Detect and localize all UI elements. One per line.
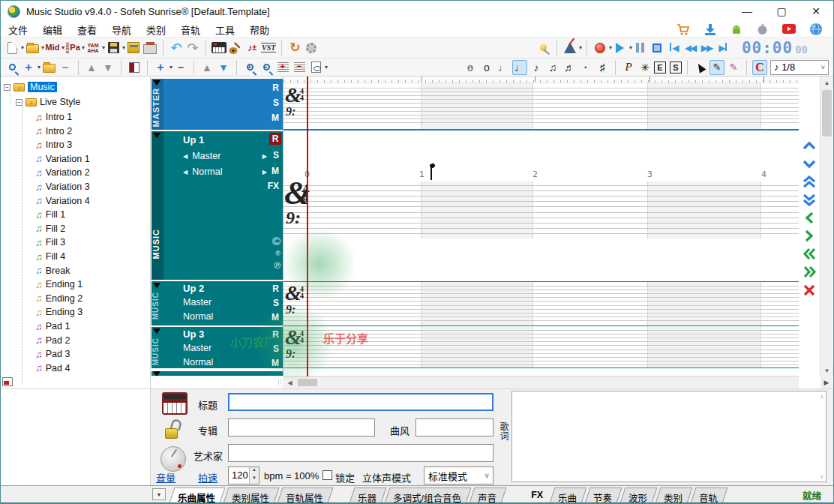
tab-类别属性[interactable]: 类别属性 <box>224 488 280 503</box>
import-midi-dropdown[interactable]: ▾ <box>62 44 64 51</box>
fx-toggle[interactable]: FX <box>268 181 279 191</box>
nav-up-button[interactable] <box>801 139 818 152</box>
import-korg-dropdown[interactable]: ▾ <box>82 44 85 51</box>
zoom-in-button[interactable]: + <box>242 60 257 75</box>
quarter-note-button[interactable]: ♩ <box>512 60 527 75</box>
phonogram-icon[interactable]: ℗ <box>274 260 280 271</box>
lyrics-scroll-down-icon[interactable]: ∨ <box>819 472 824 480</box>
pedal-button[interactable]: P <box>621 60 636 75</box>
track-down-button[interactable]: ▼ <box>216 60 231 75</box>
menu-导航[interactable]: 导航 <box>104 21 139 38</box>
redo-button[interactable]: ↷ <box>185 39 200 57</box>
tree-item-fill-1[interactable]: ♫Fill 1 <box>35 208 65 221</box>
step-back-button[interactable]: ◀ <box>666 39 681 57</box>
up2-track-header[interactable]: MUSIC Up 2 Master Normal R S M <box>152 281 283 326</box>
play-dropdown[interactable]: ▾ <box>629 44 632 51</box>
guitar-button[interactable] <box>228 39 243 57</box>
mute-toggle[interactable]: M <box>272 358 279 368</box>
up1-track-header[interactable]: MUSIC Up 1 ◀ Master ▶ ◀ Normal ▶ R S M F… <box>152 131 283 280</box>
virtual-piano-button[interactable] <box>212 39 226 57</box>
collapse-triangle-icon[interactable] <box>153 371 160 376</box>
menu-音轨[interactable]: 音轨 <box>173 21 208 38</box>
record-button[interactable] <box>592 39 608 57</box>
export-button[interactable] <box>126 39 141 57</box>
stereo-mode-select[interactable]: 标准模式 ˅ <box>424 466 494 484</box>
find-button[interactable] <box>4 60 20 75</box>
collapse-triangle-icon[interactable] <box>153 133 160 142</box>
lyrics-textarea[interactable]: ∧ ∨ <box>512 391 826 482</box>
tree-item-intro-1[interactable]: ♫Intro 1 <box>35 110 72 124</box>
collapse-tracks-button[interactable]: − <box>292 60 307 75</box>
tree-item-variation-1[interactable]: ♫Variation 1 <box>35 152 90 166</box>
tab-乐曲属性[interactable]: 乐曲属性 <box>170 488 226 503</box>
tree-item-intro-2[interactable]: ♫Intro 2 <box>35 124 72 138</box>
new-file-dropdown[interactable]: ▾ <box>21 44 24 51</box>
download-icon[interactable] <box>704 22 717 36</box>
up3-track-header[interactable]: MUSIC Up 3 Master Normal R S M <box>152 327 283 368</box>
draw-tool-button[interactable]: ✎ <box>710 60 724 75</box>
thirtysecond-note-button[interactable]: ♬ <box>562 60 577 75</box>
print-button[interactable] <box>142 39 158 57</box>
up2-strip[interactable]: MUSIC <box>152 281 164 326</box>
volume-knob[interactable] <box>160 446 186 472</box>
fast-forward-button[interactable]: ▶▶ <box>699 39 714 57</box>
add-track-dropdown[interactable]: ▾ <box>170 64 172 70</box>
region-marker-icon[interactable] <box>2 377 13 386</box>
stop-button[interactable] <box>650 39 664 57</box>
record-toggle-active[interactable]: R <box>269 133 281 145</box>
genre-input[interactable] <box>416 418 494 436</box>
undo-button[interactable]: ↶ <box>169 39 184 57</box>
sustain-button[interactable]: S <box>670 62 682 74</box>
tempo-down-icon[interactable]: ▼ <box>250 476 259 484</box>
vertical-scroll-thumb[interactable] <box>822 90 832 136</box>
timeline-ruler[interactable] <box>284 76 800 83</box>
scroll-right-button[interactable]: ▶ <box>820 376 832 388</box>
menu-文件[interactable]: 文件 <box>1 21 35 38</box>
android-icon[interactable] <box>730 22 743 36</box>
open-file-button[interactable] <box>25 39 40 57</box>
tab-类别[interactable]: 类别 <box>656 488 693 503</box>
youtube-icon[interactable] <box>782 23 796 35</box>
add-folder-button[interactable] <box>41 60 56 75</box>
settings-button[interactable] <box>304 39 319 57</box>
artist-input[interactable] <box>228 444 494 462</box>
splitter-grip[interactable] <box>278 378 281 387</box>
import-yamaha-dropdown[interactable]: ▾ <box>102 44 105 51</box>
add-category-button[interactable]: + <box>21 60 36 75</box>
track-panel-button[interactable] <box>127 60 142 75</box>
right-arrow-icon[interactable]: ▶ <box>262 153 267 160</box>
nav-measure-left-button[interactable] <box>801 247 818 260</box>
eighth-note-button[interactable]: ♪ <box>529 60 544 75</box>
play-button[interactable] <box>613 39 628 57</box>
master-record-toggle[interactable]: R <box>272 82 279 93</box>
tree-item-fill-3[interactable]: ♫Fill 3 <box>35 236 65 249</box>
bus-selector[interactable]: Master <box>183 297 267 308</box>
record-toggle[interactable]: R <box>272 329 279 340</box>
maximize-button[interactable]: ▢ <box>764 1 799 22</box>
transpose-button[interactable]: ♪± <box>244 39 260 57</box>
vertical-scrollbar[interactable]: ▲ ▼ <box>820 76 832 376</box>
album-input[interactable] <box>228 418 375 436</box>
dotted-note-button[interactable]: · <box>578 60 593 75</box>
close-button[interactable]: ✕ <box>799 1 833 22</box>
delete-selection-button[interactable] <box>801 284 818 297</box>
collapse-box-icon[interactable]: − <box>16 99 22 106</box>
tab-乐器[interactable]: 乐器 <box>350 488 387 503</box>
tree-item-intro-3[interactable]: ♫Intro 3 <box>35 138 72 152</box>
nav-measure-right-button[interactable] <box>801 265 818 278</box>
track-title[interactable]: Up 2 <box>183 283 204 294</box>
step-forward-button[interactable]: ▶ <box>716 39 730 57</box>
mode-selector[interactable]: ◀ Normal ▶ <box>183 166 267 177</box>
metronome-button[interactable] <box>562 39 578 57</box>
open-file-dropdown[interactable]: ▾ <box>41 44 44 51</box>
score-area[interactable]: & 44 9: 01234 & 44 9: & 44 9: <box>283 76 799 388</box>
move-down-button[interactable]: ▼ <box>100 60 116 75</box>
import-yamaha-button[interactable]: YAMAHA <box>86 39 100 57</box>
tree-item-fill-4[interactable]: ♫Fill 4 <box>35 250 65 263</box>
tree-item-pad-1[interactable]: ♫Pad 1 <box>35 320 70 333</box>
tree-item-ending-1[interactable]: ♫Ending 1 <box>35 278 82 291</box>
breve-note-button[interactable]: o <box>463 60 478 75</box>
tab-乐曲[interactable]: 乐曲 <box>550 488 587 503</box>
tempo-link[interactable]: 拍速 <box>198 470 218 484</box>
menu-帮助[interactable]: 帮助 <box>242 21 277 38</box>
